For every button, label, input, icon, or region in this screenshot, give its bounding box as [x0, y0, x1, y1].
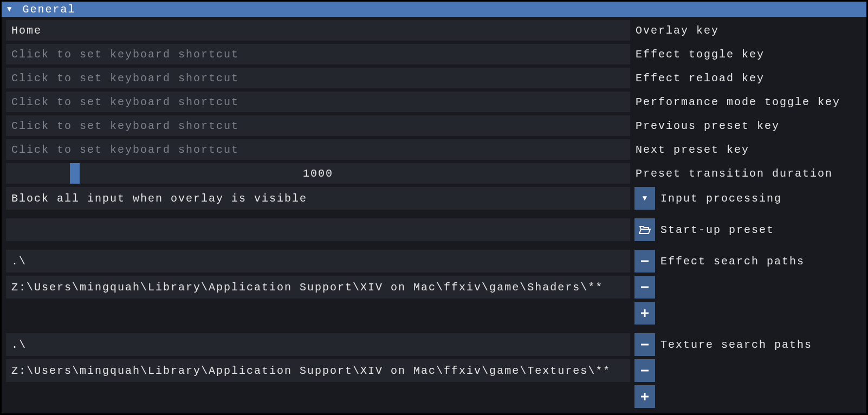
- previous-preset-key-label: Previous preset key: [634, 115, 862, 136]
- minus-icon: [640, 366, 649, 375]
- next-preset-key-label: Next preset key: [634, 139, 862, 160]
- effect-path-add-button[interactable]: [634, 302, 655, 325]
- startup-preset-label: Start-up preset: [659, 218, 862, 241]
- minus-icon: [640, 283, 649, 291]
- input-processing-dropdown-button[interactable]: ▼: [634, 187, 655, 210]
- plus-icon: [640, 309, 649, 317]
- performance-mode-key-label: Performance mode toggle key: [634, 92, 862, 112]
- texture-path-input-1[interactable]: Z:\Users\mingquah\Library\Application Su…: [6, 359, 630, 382]
- preset-transition-slider[interactable]: 1000: [6, 163, 630, 184]
- overlay-key-input[interactable]: Home: [6, 20, 630, 41]
- svg-rect-3: [644, 309, 646, 317]
- performance-mode-key-input[interactable]: Click to set keyboard shortcut: [6, 92, 630, 112]
- overlay-key-label: Overlay key: [634, 20, 862, 41]
- texture-path-add-button[interactable]: [634, 385, 655, 408]
- chevron-down-icon: ▼: [643, 194, 647, 203]
- folder-open-icon: [639, 225, 651, 235]
- svg-rect-5: [641, 370, 649, 372]
- section-header-general[interactable]: ▼ General: [2, 2, 866, 17]
- svg-rect-7: [644, 393, 646, 400]
- svg-rect-4: [641, 344, 649, 346]
- minus-icon: [640, 340, 649, 349]
- previous-preset-key-input[interactable]: Click to set keyboard shortcut: [6, 115, 630, 136]
- effect-toggle-key-input[interactable]: Click to set keyboard shortcut: [6, 44, 630, 64]
- effect-paths-label: Effect search paths: [659, 250, 862, 273]
- next-preset-key-input[interactable]: Click to set keyboard shortcut: [6, 139, 630, 160]
- effect-toggle-key-label: Effect toggle key: [634, 44, 862, 64]
- svg-rect-0: [641, 261, 649, 262]
- effect-path-remove-button-0[interactable]: [634, 250, 655, 273]
- texture-path-remove-button-1[interactable]: [634, 359, 655, 382]
- effect-reload-key-label: Effect reload key: [634, 68, 862, 88]
- section-title: General: [22, 3, 75, 16]
- effect-path-input-0[interactable]: .\: [6, 250, 630, 273]
- general-settings-panel: ▼ General Home Overlay key Click to set …: [0, 0, 868, 415]
- collapse-arrow-icon: ▼: [7, 5, 12, 13]
- startup-preset-browse-button[interactable]: [634, 218, 655, 241]
- effect-path-remove-button-1[interactable]: [634, 276, 655, 299]
- section-body: Home Overlay key Click to set keyboard s…: [2, 17, 866, 415]
- texture-path-input-0[interactable]: .\: [6, 333, 630, 356]
- minus-icon: [640, 257, 649, 265]
- slider-value: 1000: [303, 167, 333, 180]
- plus-icon: [640, 392, 649, 401]
- effect-reload-key-input[interactable]: Click to set keyboard shortcut: [6, 68, 630, 88]
- texture-path-remove-button-0[interactable]: [634, 333, 655, 356]
- svg-rect-1: [641, 287, 649, 288]
- input-processing-label: Input processing: [659, 187, 862, 210]
- effect-path-input-1[interactable]: Z:\Users\mingquah\Library\Application Su…: [6, 276, 630, 299]
- startup-preset-input[interactable]: [6, 218, 630, 241]
- input-processing-select[interactable]: Block all input when overlay is visible: [6, 187, 630, 210]
- preset-transition-label: Preset transition duration: [634, 163, 862, 184]
- texture-paths-label: Texture search paths: [659, 333, 862, 356]
- slider-thumb[interactable]: [70, 163, 80, 184]
